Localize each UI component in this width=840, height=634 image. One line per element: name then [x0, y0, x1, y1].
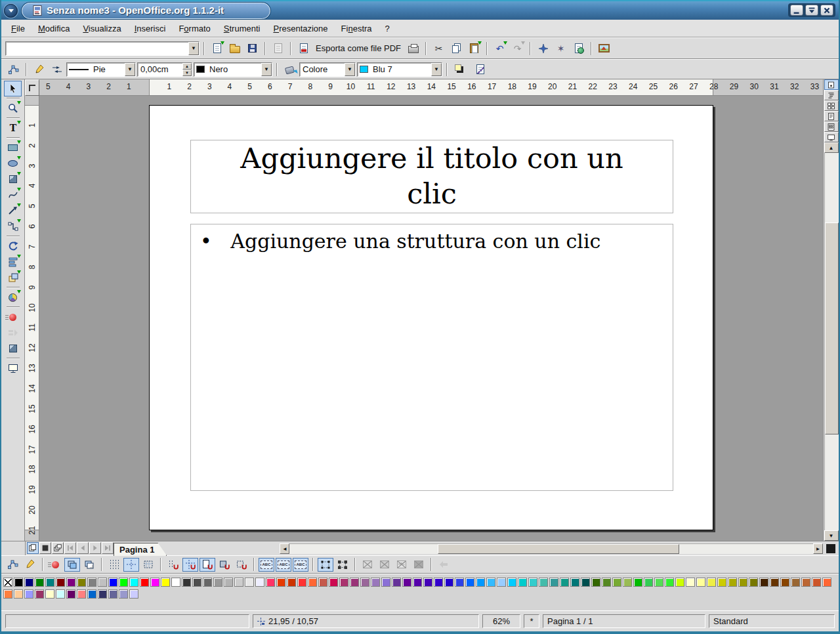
- rotation-mode-icon[interactable]: [47, 558, 63, 572]
- minimize-button[interactable]: [790, 5, 803, 16]
- color-swatch[interactable]: [192, 578, 201, 587]
- maximize-button[interactable]: [805, 5, 818, 16]
- color-swatch[interactable]: [770, 578, 779, 587]
- status-position-cell[interactable]: 21,95 / 10,57: [253, 614, 479, 628]
- snap-lines-magnet-icon[interactable]: [182, 558, 198, 572]
- color-swatch[interactable]: [45, 589, 54, 599]
- color-swatch[interactable]: [444, 578, 453, 587]
- color-swatch[interactable]: [539, 578, 548, 587]
- color-swatch[interactable]: [455, 578, 464, 587]
- horizontal-scrollbar-thumb[interactable]: [438, 544, 679, 554]
- zoom-tool[interactable]: [4, 100, 22, 116]
- edit-style-icon[interactable]: [472, 62, 488, 77]
- export-pdf-icon[interactable]: [295, 41, 312, 56]
- color-swatch[interactable]: [570, 578, 579, 587]
- vertical-scrollbar-track[interactable]: [824, 153, 839, 530]
- color-swatch[interactable]: [129, 578, 138, 587]
- color-swatch[interactable]: [339, 578, 348, 587]
- color-swatch[interactable]: [35, 578, 44, 587]
- menu-formato[interactable]: Formato: [173, 22, 216, 35]
- color-swatch[interactable]: [56, 589, 65, 599]
- color-swatch[interactable]: [3, 589, 12, 599]
- color-swatch[interactable]: [465, 578, 474, 587]
- color-swatch[interactable]: [581, 578, 590, 587]
- color-swatch[interactable]: [560, 578, 569, 587]
- line-style-dropdown-button[interactable]: ▼: [125, 63, 135, 76]
- alignment-tool[interactable]: [4, 254, 22, 270]
- color-swatch[interactable]: [56, 578, 65, 587]
- color-swatch[interactable]: [507, 578, 516, 587]
- outline-view-button[interactable]: [824, 90, 839, 100]
- color-swatch[interactable]: [602, 578, 611, 587]
- resize-corner[interactable]: [823, 541, 839, 555]
- ellipse-tool[interactable]: [4, 156, 22, 171]
- connector-tool[interactable]: [4, 219, 22, 234]
- hyperlink-icon[interactable]: [570, 41, 587, 56]
- color-swatch[interactable]: [87, 589, 96, 599]
- color-swatch[interactable]: [119, 589, 128, 599]
- color-swatch[interactable]: [224, 578, 233, 587]
- export-pdf-label[interactable]: Esporta come file PDF: [313, 43, 404, 53]
- color-swatch[interactable]: [591, 578, 600, 587]
- color-swatch[interactable]: [791, 578, 800, 587]
- color-swatch[interactable]: [66, 589, 75, 599]
- color-swatch[interactable]: [686, 578, 695, 587]
- objects-3d-tool[interactable]: [4, 171, 22, 187]
- layer-mode-button[interactable]: [52, 542, 64, 554]
- color-swatch[interactable]: [402, 578, 411, 587]
- slide-page[interactable]: Aggiungere il titolo con un clic • Aggiu…: [149, 105, 713, 530]
- color-swatch[interactable]: [203, 578, 212, 587]
- effects-3d-tool[interactable]: [4, 341, 22, 356]
- color-swatch[interactable]: [633, 578, 642, 587]
- menu-help[interactable]: ?: [379, 22, 396, 35]
- color-swatch[interactable]: [644, 578, 653, 587]
- color-swatch[interactable]: [749, 578, 758, 587]
- arrange-tool[interactable]: [4, 270, 22, 285]
- edit-points-mode-icon[interactable]: [5, 558, 21, 572]
- simple-handles-icon[interactable]: [318, 558, 333, 572]
- color-swatch[interactable]: [87, 578, 96, 587]
- snap-margins-icon[interactable]: [200, 558, 215, 572]
- color-swatch[interactable]: [612, 578, 621, 587]
- color-swatch[interactable]: [255, 578, 264, 587]
- menu-modifica[interactable]: Modifica: [32, 22, 75, 35]
- menu-inserisci[interactable]: Inserisci: [129, 22, 172, 35]
- color-swatch[interactable]: [24, 589, 33, 599]
- color-swatch[interactable]: [486, 578, 495, 587]
- fill-type-dropdown-button[interactable]: ▼: [345, 63, 355, 76]
- paste-icon[interactable]: [466, 41, 482, 56]
- status-template-cell[interactable]: Standard: [709, 614, 835, 628]
- master-mode-button[interactable]: [39, 542, 51, 554]
- snap-points-icon[interactable]: [234, 558, 249, 572]
- color-swatch[interactable]: [129, 589, 138, 599]
- insert-tool[interactable]: [4, 289, 22, 305]
- text-tool[interactable]: T: [4, 120, 22, 136]
- color-swatch[interactable]: [14, 589, 23, 599]
- print-icon[interactable]: [405, 41, 421, 56]
- color-swatch[interactable]: [108, 578, 117, 587]
- menu-finestra[interactable]: Finestra: [335, 22, 378, 35]
- edit-points-icon[interactable]: [5, 62, 22, 77]
- navigator-icon[interactable]: [535, 41, 551, 56]
- shadow-icon[interactable]: [452, 62, 468, 77]
- window-menu-button[interactable]: [4, 4, 18, 18]
- gallery-icon[interactable]: [596, 41, 612, 56]
- scroll-up-button[interactable]: ▲: [824, 142, 839, 153]
- new-document-icon[interactable]: [209, 41, 225, 56]
- color-swatch[interactable]: [665, 578, 674, 587]
- snap-grid-magnet-icon[interactable]: [165, 558, 181, 572]
- color-swatch[interactable]: [150, 578, 159, 587]
- scroll-right-button[interactable]: ►: [813, 543, 823, 554]
- color-swatch[interactable]: [696, 578, 705, 587]
- fill-type-combobox[interactable]: Colore ▼: [299, 62, 356, 77]
- snap-lines-front-icon[interactable]: [81, 558, 97, 572]
- page-tab[interactable]: Pagina 1: [114, 543, 167, 556]
- show-snap-lines-icon[interactable]: [64, 558, 80, 572]
- menu-strumenti[interactable]: Strumenti: [218, 22, 266, 35]
- color-swatch[interactable]: [140, 578, 149, 587]
- rotate-tool[interactable]: [4, 238, 22, 254]
- ruler-origin-button[interactable]: [25, 79, 39, 96]
- grid-front-icon[interactable]: [140, 558, 156, 572]
- vertical-scrollbar-thumb[interactable]: [825, 222, 839, 434]
- scroll-left-button[interactable]: ◄: [280, 543, 289, 554]
